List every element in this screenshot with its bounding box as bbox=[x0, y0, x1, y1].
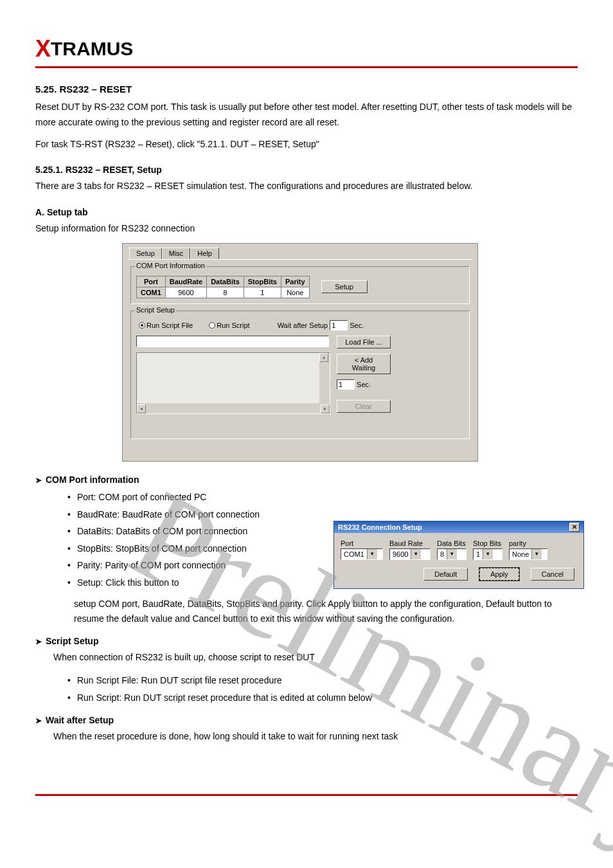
section-5-25-ref: For task TS-RST (RS232 – Reset), click "… bbox=[35, 137, 578, 152]
sec-label-2: Sec. bbox=[357, 381, 371, 388]
wait-after-setup-text: When the reset procedure is done, how lo… bbox=[53, 729, 578, 745]
tab-help[interactable]: Help bbox=[190, 248, 219, 259]
section-5-25-title: 5.25. RS232 – RESET bbox=[35, 84, 578, 95]
chevron-down-icon: ▾ bbox=[483, 549, 493, 559]
script-setup-list: Run Script File: Run DUT script file res… bbox=[67, 672, 578, 706]
load-file-button[interactable]: Load File ... bbox=[337, 336, 391, 348]
cancel-button[interactable]: Cancel bbox=[531, 568, 574, 581]
script-setup-group-label: Script Setup bbox=[135, 306, 176, 314]
header-divider bbox=[35, 66, 578, 68]
dd-label-port: Port bbox=[341, 539, 383, 547]
section-5-25-intro: Reset DUT by RS-232 COM port. This task … bbox=[35, 100, 578, 131]
th-baudrate: BaudRate bbox=[165, 276, 206, 287]
script-file-path-input[interactable] bbox=[136, 336, 329, 347]
dd-label-databits: Data Bits bbox=[437, 539, 466, 547]
dd-parity[interactable]: None▾ bbox=[509, 548, 547, 560]
td-baudrate: 9600 bbox=[165, 287, 206, 298]
dd-baud[interactable]: 9600▾ bbox=[389, 548, 431, 560]
scroll-left-icon[interactable]: ◂ bbox=[137, 404, 146, 413]
list-item: Port: COM port of connected PC bbox=[67, 489, 578, 506]
chevron-down-icon: ▾ bbox=[411, 549, 421, 559]
chevron-down-icon: ▾ bbox=[367, 549, 377, 559]
com-port-group-label: COM Port Information bbox=[135, 262, 206, 269]
td-parity: None bbox=[281, 287, 309, 298]
scroll-right-icon[interactable]: ▸ bbox=[321, 404, 330, 413]
add-waiting-seconds-input[interactable] bbox=[337, 379, 355, 390]
td-databits: 8 bbox=[207, 287, 244, 298]
radio-run-script[interactable]: Run Script bbox=[209, 321, 249, 329]
rs232-connection-setup-dialog: RS232 Connection Setup ✕ Port COM1▾ Baud… bbox=[333, 521, 584, 589]
com-port-info-heading: ➤COM Port information bbox=[35, 475, 578, 485]
dd-databits[interactable]: 8▾ bbox=[437, 548, 466, 560]
td-stopbits: 1 bbox=[244, 287, 281, 298]
section-5-25-1-text: There are 3 tabs for RS232 – RESET simul… bbox=[35, 179, 578, 194]
dd-port[interactable]: COM1▾ bbox=[341, 548, 383, 560]
sec-label-1: Sec. bbox=[350, 321, 364, 329]
setup-button[interactable]: Setup bbox=[321, 280, 368, 293]
clear-button[interactable]: Clear bbox=[337, 400, 391, 413]
com-port-table: Port BaudRate DataBits StopBits Parity C… bbox=[136, 276, 310, 298]
tab-setup[interactable]: Setup bbox=[129, 248, 162, 259]
dialog-title: RS232 Connection Setup bbox=[338, 523, 422, 531]
chevron-down-icon: ▾ bbox=[531, 549, 542, 559]
dd-label-baud: Baud Rate bbox=[389, 539, 431, 547]
close-icon[interactable]: ✕ bbox=[569, 523, 580, 532]
wait-after-setup-label: Wait after Setup bbox=[278, 321, 328, 329]
setup-description: setup COM port, BaudRate, DataBits, Stop… bbox=[74, 597, 578, 628]
brand-logo: XTRAMUS bbox=[35, 35, 578, 62]
chevron-down-icon: ▾ bbox=[447, 549, 457, 559]
th-stopbits: StopBits bbox=[244, 276, 281, 287]
list-item: Run Script File: Run DUT script file res… bbox=[67, 672, 578, 689]
script-setup-heading: ➤Script Setup bbox=[35, 636, 578, 646]
wait-after-setup-input[interactable] bbox=[330, 320, 348, 330]
scroll-up-icon[interactable]: ▴ bbox=[319, 353, 328, 362]
default-button[interactable]: Default bbox=[423, 568, 468, 581]
add-waiting-button[interactable]: < Add Waiting bbox=[337, 354, 391, 374]
radio-run-script-file[interactable]: Run Script File bbox=[139, 321, 193, 329]
footer-divider bbox=[35, 794, 578, 796]
tab-a-heading: A. Setup tab bbox=[35, 207, 578, 217]
tab-a-text: Setup information for RS232 connection bbox=[35, 221, 578, 237]
script-setup-intro: When connection of RS232 is built up, ch… bbox=[53, 650, 578, 665]
dd-label-parity: parity bbox=[509, 539, 547, 547]
section-5-25-1-title: 5.25.1. RS232 – RESET, Setup bbox=[35, 165, 578, 175]
script-textarea[interactable]: ▴ ◂ ▸ bbox=[136, 352, 330, 414]
wait-after-setup-heading: ➤Wait after Setup bbox=[35, 715, 578, 725]
th-port: Port bbox=[137, 276, 166, 287]
list-item: Run Script: Run DUT script reset procedu… bbox=[67, 689, 578, 707]
tab-misc[interactable]: Misc bbox=[162, 248, 191, 259]
setup-window: Setup Misc Help COM Port Information Por… bbox=[122, 243, 478, 462]
td-port: COM1 bbox=[137, 287, 166, 298]
apply-button[interactable]: Apply bbox=[479, 568, 519, 581]
dd-label-stopbits: Stop Bits bbox=[473, 539, 502, 547]
th-parity: Parity bbox=[281, 276, 309, 287]
dd-stopbits[interactable]: 1▾ bbox=[473, 548, 502, 560]
th-databits: DataBits bbox=[207, 276, 244, 287]
